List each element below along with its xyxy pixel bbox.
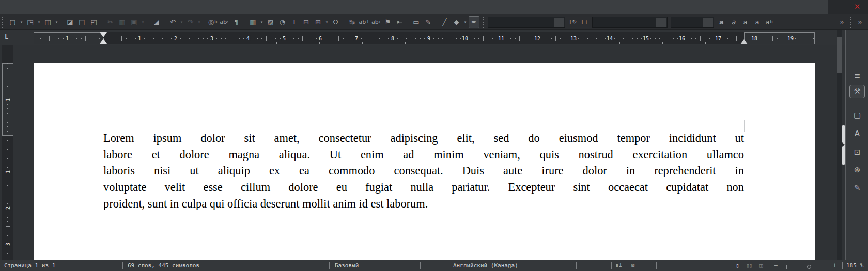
save-dropdown[interactable]: ▾: [54, 16, 59, 28]
show-draw-functions-button[interactable]: ✒: [469, 16, 479, 28]
insert-footnote-button[interactable]: ab1: [359, 16, 369, 28]
text-boundary-corner-top-right: [744, 120, 745, 132]
insert-field-dropdown[interactable]: ▾: [324, 16, 330, 28]
toolbar-overflow-button[interactable]: »: [836, 16, 847, 28]
font-size-combobox-dropdown[interactable]: [703, 18, 713, 27]
view-multi-page-icon[interactable]: ▯▯: [746, 262, 752, 269]
bold-button[interactable]: a: [716, 16, 727, 28]
export-pdf-button[interactable]: ◪: [65, 16, 75, 28]
vertical-ruler[interactable]: 1231: [2, 45, 13, 260]
insert-endnote-button[interactable]: abi: [370, 16, 381, 28]
font-size-combobox[interactable]: [671, 17, 714, 28]
vruler-ticks: [2, 63, 13, 260]
view-book-icon[interactable]: ◫: [760, 262, 763, 269]
toolbar-overflow-2-button[interactable]: »: [855, 16, 865, 28]
insert-page-break-button[interactable]: ⊟: [301, 16, 312, 28]
spell-check-button[interactable]: ab✓: [219, 16, 230, 28]
font-name-combobox[interactable]: [592, 17, 668, 28]
document-text-line[interactable]: voluptate velit esse cillum dolore eu fu…: [103, 179, 744, 196]
save-button[interactable]: ◫: [42, 16, 53, 28]
insert-field-button[interactable]: ⊞: [313, 16, 323, 28]
new-style-button[interactable]: T+: [579, 16, 590, 28]
insert-text-box-button[interactable]: T: [289, 16, 300, 28]
insert-table-button[interactable]: ▦: [247, 16, 258, 28]
vertical-scrollbar-thumb[interactable]: [837, 37, 842, 73]
paragraph-style-combobox-dropdown[interactable]: [554, 18, 564, 27]
zoom-in-button[interactable]: +: [833, 262, 836, 269]
manage-changes-deck-tab[interactable]: ✎: [849, 181, 865, 195]
styles-deck-tab[interactable]: A: [849, 127, 865, 140]
left-indent-marker[interactable]: [100, 39, 107, 44]
undo-button[interactable]: ↶: [167, 16, 178, 28]
zoom-out-button[interactable]: −: [774, 262, 778, 269]
new-document-button[interactable]: ▢: [7, 16, 18, 28]
view-single-page-icon[interactable]: ▯: [736, 262, 739, 269]
first-line-indent-marker[interactable]: [100, 32, 107, 37]
sidebar-collapse-handle[interactable]: [842, 125, 845, 165]
document-modified-icon[interactable]: ⊠: [631, 262, 635, 268]
selection-mode-icon[interactable]: ▮I: [615, 262, 622, 268]
status-language[interactable]: Английский (Канада): [453, 262, 518, 269]
basic-shapes-button[interactable]: ◆: [451, 16, 462, 28]
tab-stop-type-selector[interactable]: L: [5, 33, 8, 40]
italic-button[interactable]: a: [728, 16, 739, 28]
status-page-style[interactable]: Базовый: [335, 262, 359, 269]
insert-image-button[interactable]: ▨: [265, 16, 276, 28]
hruler-number: 1: [137, 36, 142, 41]
insert-bookmark-button[interactable]: ⚑: [382, 16, 393, 28]
document-text-line[interactable]: laboris nisi ut aliquip ex ea commodo co…: [103, 163, 744, 179]
gallery-deck-tab[interactable]: ⊡: [849, 146, 865, 159]
default-tabstop-marker: [446, 42, 450, 44]
formatting-marks-button[interactable]: ¶: [231, 16, 242, 28]
standard-toolbar: ▢▾◳▾◫▾◪▤◰✂▥▣▾◢↶▾↷▾◎bab✓¶▦▾▨◔T⊟⊞▾Ω↹ab1abi…: [0, 14, 868, 30]
page-deck-tab[interactable]: ▢: [849, 108, 865, 122]
close-window-button[interactable]: ✕: [851, 2, 863, 12]
hruler-number: 6: [318, 36, 323, 41]
toolbar-drag-handle[interactable]: [2, 17, 4, 28]
open-file-button[interactable]: ◳: [25, 16, 36, 28]
document-text-line[interactable]: Lorem ipsum dolor sit amet, consectetur …: [103, 130, 744, 147]
print-preview-button[interactable]: ◰: [88, 16, 99, 28]
hruler-number: 11: [497, 36, 505, 41]
track-changes-button[interactable]: ✎: [423, 16, 433, 28]
toolbar-separator: [849, 17, 853, 28]
status-separator: [730, 262, 730, 269]
underline-button[interactable]: a: [740, 16, 751, 28]
insert-chart-button[interactable]: ◔: [277, 16, 288, 28]
insert-line-button[interactable]: ╱: [439, 16, 450, 28]
sidebar-settings-tab[interactable]: ≡: [849, 69, 865, 83]
vertical-scrollbar[interactable]: [837, 30, 842, 260]
cross-reference-button[interactable]: ⇤: [394, 16, 405, 28]
zoom-slider-handle[interactable]: [807, 265, 811, 269]
zoom-percentage[interactable]: 185 %: [846, 262, 863, 269]
horizontal-ruler[interactable]: 123456789101112131415161718191: [34, 32, 815, 44]
insert-hyperlink-button[interactable]: ↹: [347, 16, 358, 28]
find-and-replace-button[interactable]: ◎b: [207, 16, 218, 28]
font-name-combobox-dropdown[interactable]: [656, 18, 667, 27]
insert-table-dropdown[interactable]: ▾: [259, 16, 265, 28]
hruler-number: 19: [786, 36, 795, 41]
update-style-button[interactable]: T↻: [567, 16, 578, 28]
paste-dropdown: ▾: [140, 16, 146, 28]
new-document-dropdown[interactable]: ▾: [19, 16, 24, 28]
hruler-ticks: [34, 32, 815, 44]
clone-formatting-button[interactable]: ◢: [151, 16, 162, 28]
basic-shapes-dropdown[interactable]: ▾: [462, 16, 468, 28]
status-separator: [611, 262, 612, 269]
special-character-button[interactable]: Ω: [330, 16, 341, 28]
document-text-line[interactable]: proident, sunt in culpa qui officia dese…: [103, 196, 744, 212]
document-text[interactable]: Lorem ipsum dolor sit amet, consectetur …: [103, 130, 744, 212]
insert-comment-button[interactable]: ▭: [411, 16, 422, 28]
navigator-deck-tab[interactable]: ⊛: [849, 163, 865, 177]
open-file-dropdown[interactable]: ▾: [36, 16, 42, 28]
strikethrough-button[interactable]: a: [752, 16, 763, 28]
document-text-line[interactable]: labore et dolore magna aliqua. Ut enim a…: [103, 147, 744, 163]
status-page-count[interactable]: Страница 1 из 1: [4, 262, 55, 269]
right-indent-marker[interactable]: [740, 39, 748, 44]
libreoffice-writer-window: ✕ ▢▾◳▾◫▾◪▤◰✂▥▣▾◢↶▾↷▾◎bab✓¶▦▾▨◔T⊟⊞▾Ω↹ab1a…: [0, 0, 868, 271]
print-button[interactable]: ▤: [76, 16, 87, 28]
paragraph-style-combobox[interactable]: [488, 17, 565, 28]
superscript-button[interactable]: ab: [764, 16, 774, 28]
status-word-count[interactable]: 69 слов, 445 символов: [128, 262, 199, 269]
properties-deck-tab[interactable]: ⚒: [849, 85, 865, 98]
